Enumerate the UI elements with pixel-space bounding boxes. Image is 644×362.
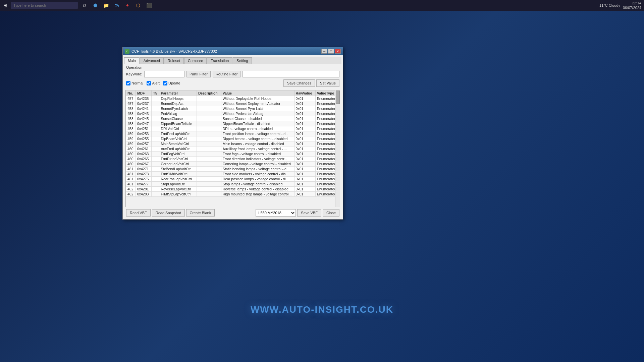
table-cell bbox=[197, 177, 221, 182]
data-table: No. MDF T5 Parameter Description Value R… bbox=[126, 90, 340, 197]
table-cell: ReverseLapVoltCtrl bbox=[159, 187, 197, 192]
table-cell: 0x01 bbox=[294, 141, 315, 146]
read-vbf-button[interactable]: Read VBF bbox=[126, 209, 151, 217]
table-row[interactable]: 4590x4257MainBeamVoltCtrlMain beams - vo… bbox=[126, 141, 340, 146]
normal-checkbox[interactable] bbox=[126, 81, 130, 85]
table-row[interactable]: 4620x4283HiMtStpLapVoltCtrlHigh mounted … bbox=[126, 192, 340, 197]
table-cell: 458 bbox=[126, 126, 136, 131]
window-titlebar[interactable]: C CCF Tools 4.6 By:Blue sky - SALCP2RXBJ… bbox=[123, 47, 343, 55]
update-checkbox[interactable] bbox=[163, 81, 167, 85]
start-button[interactable]: ⊞ bbox=[0, 0, 11, 11]
keyword-row: KeyWord: PartII Filter Routine Filter bbox=[126, 71, 339, 77]
tab-bar: Main Advanced Ruleset Compare Translatio… bbox=[124, 57, 341, 64]
table-row[interactable]: 4580x4251DRLVoltCtrlDRLs - voltage contr… bbox=[126, 126, 340, 131]
tab-advanced[interactable]: Advanced bbox=[140, 57, 164, 64]
scrollbar[interactable] bbox=[335, 90, 340, 207]
tab-compare[interactable]: Compare bbox=[184, 57, 207, 64]
table-row[interactable]: 4610x4275RearPosLapVoltCtrlRear position… bbox=[126, 177, 340, 182]
tool-icon2[interactable]: ⬡ bbox=[134, 1, 142, 9]
maximize-button[interactable]: □ bbox=[328, 49, 334, 54]
set-value-button[interactable]: Set Value bbox=[316, 79, 339, 87]
save-changes-button[interactable]: Save Changes bbox=[283, 79, 315, 87]
create-blank-button[interactable]: Create Blank bbox=[186, 209, 215, 217]
table-row[interactable]: 4600x4267CornerLapVoltCtrlCornering lamp… bbox=[126, 162, 340, 167]
tab-ruleset[interactable]: Ruleset bbox=[164, 57, 184, 64]
alert-checkbox[interactable] bbox=[147, 81, 151, 85]
checkbox-alert[interactable]: Alert bbox=[147, 81, 160, 85]
table-row[interactable]: 4580x4247DippedBeamTelltaleDippedBeamTel… bbox=[126, 121, 340, 126]
table-row[interactable]: 4600x4263FrntFogVoltCtrlFront fogs - vol… bbox=[126, 152, 340, 157]
table-cell: Cornering lamps - voltage control - disa… bbox=[221, 162, 294, 167]
table-cell: 0x01 bbox=[294, 121, 315, 126]
table-row[interactable]: 4580x4241BonnetPyroLatchWithout Bonnet P… bbox=[126, 106, 340, 111]
table-row[interactable]: 4590x4253FrntPosLapVoltCtrlFront positio… bbox=[126, 131, 340, 136]
table-cell: 458 bbox=[126, 121, 136, 126]
tab-main[interactable]: Main bbox=[124, 57, 140, 64]
tool-icon1[interactable]: ✦ bbox=[123, 1, 131, 9]
table-cell: Main beams - voltage control - disabled bbox=[221, 141, 294, 146]
table-row[interactable]: 4610x4273FrntSiMrkVoltCtrlFront side mar… bbox=[126, 172, 340, 177]
close-button[interactable]: ✕ bbox=[335, 49, 341, 54]
col-t5: T5 bbox=[152, 90, 159, 96]
partii-filter-button[interactable]: PartII Filter bbox=[186, 71, 211, 77]
table-row[interactable]: 4580x4243PedAirbagWithout Pedestrian Air… bbox=[126, 111, 340, 116]
col-value: Value bbox=[221, 90, 294, 96]
table-cell bbox=[152, 141, 159, 146]
model-select[interactable]: L550 MY2018 bbox=[256, 209, 296, 217]
store-icon[interactable]: 🛍 bbox=[113, 1, 121, 9]
table-cell: 0x01 bbox=[294, 101, 315, 106]
table-cell bbox=[152, 101, 159, 106]
task-view-icon[interactable]: ⧉ bbox=[80, 1, 89, 9]
file-explorer-icon[interactable]: 📁 bbox=[102, 1, 110, 9]
table-cell bbox=[197, 96, 221, 101]
table-cell: 0x4261 bbox=[136, 146, 151, 152]
table-row[interactable]: 4620x4281ReverseLapVoltCtrlReverse lamps… bbox=[126, 187, 340, 192]
edge-icon[interactable]: ⬟ bbox=[91, 1, 99, 9]
table-cell: 0x01 bbox=[294, 136, 315, 141]
keyword-input[interactable] bbox=[144, 71, 184, 77]
tab-translation[interactable]: Translation bbox=[207, 57, 232, 64]
table-cell: 0x4273 bbox=[136, 172, 151, 177]
close-window-button[interactable]: Close bbox=[323, 209, 339, 217]
table-cell: Rear position lamps - voltage control - … bbox=[221, 177, 294, 182]
table-cell: 0x4237 bbox=[136, 101, 151, 106]
table-cell: Dipped beams - voltage control - disable… bbox=[221, 136, 294, 141]
table-cell bbox=[152, 146, 159, 152]
table-cell: Front side markers - voltage control - d… bbox=[221, 172, 294, 177]
table-scroll[interactable]: No. MDF T5 Parameter Description Value R… bbox=[126, 90, 340, 207]
table-cell: Static bending lamps - voltage control -… bbox=[221, 167, 294, 172]
table-row[interactable]: 4600x4265FrntDirIndVoltCtrlFront directi… bbox=[126, 157, 340, 162]
taskbar-search[interactable] bbox=[11, 2, 78, 9]
ccf-icon[interactable]: ⬛ bbox=[145, 1, 153, 9]
col-mdf: MDF bbox=[136, 90, 151, 96]
save-vbf-button[interactable]: Save VBF bbox=[297, 209, 321, 217]
table-cell: 459 bbox=[126, 136, 136, 141]
table-cell: DippedBeamTelltale bbox=[159, 121, 197, 126]
table-cell bbox=[197, 126, 221, 131]
table-row[interactable]: 4590x4255DipBeamVoltCtrlDipped beams - v… bbox=[126, 136, 340, 141]
table-cell: 0x4235 bbox=[136, 96, 151, 101]
table-cell: 0x4257 bbox=[136, 141, 151, 146]
table-cell: 0x01 bbox=[294, 106, 315, 111]
checkbox-normal[interactable]: Normal bbox=[126, 81, 143, 85]
table-row[interactable]: 4570x4237BonnetDepActWithout Bonnet Depl… bbox=[126, 101, 340, 106]
table-cell: 458 bbox=[126, 106, 136, 111]
read-snapshot-button[interactable]: Read Snapshot bbox=[152, 209, 185, 217]
table-cell bbox=[152, 121, 159, 126]
table-row[interactable]: 4610x4271StcBendLapVoltCtrlStatic bendin… bbox=[126, 167, 340, 172]
table-row[interactable]: 4580x4245SunsetClauseSunset Clause - dis… bbox=[126, 116, 340, 121]
table-row[interactable]: 4570x4235DepRollHoopsWithout Deployable … bbox=[126, 96, 340, 101]
scrollbar-thumb[interactable] bbox=[336, 90, 340, 104]
checkbox-update[interactable]: Update bbox=[163, 81, 180, 85]
minimize-button[interactable]: ─ bbox=[321, 49, 327, 54]
routine-filter-button[interactable]: Routine Filter bbox=[213, 71, 240, 77]
table-cell: 461 bbox=[126, 182, 136, 187]
table-cell bbox=[152, 162, 159, 167]
table-row[interactable]: 4600x4261AuxFrntLapVoltCtrlAuxilliary fr… bbox=[126, 146, 340, 152]
table-cell: HiMtStpLapVoltCtrl bbox=[159, 192, 197, 197]
table-row[interactable]: 4610x4277StopLapVoltCtrlStop lamps - vol… bbox=[126, 182, 340, 187]
tab-setting[interactable]: Setting bbox=[233, 57, 252, 64]
table-cell: 0x4245 bbox=[136, 116, 151, 121]
table-cell: 457 bbox=[126, 96, 136, 101]
table-cell: CornerLapVoltCtrl bbox=[159, 162, 197, 167]
